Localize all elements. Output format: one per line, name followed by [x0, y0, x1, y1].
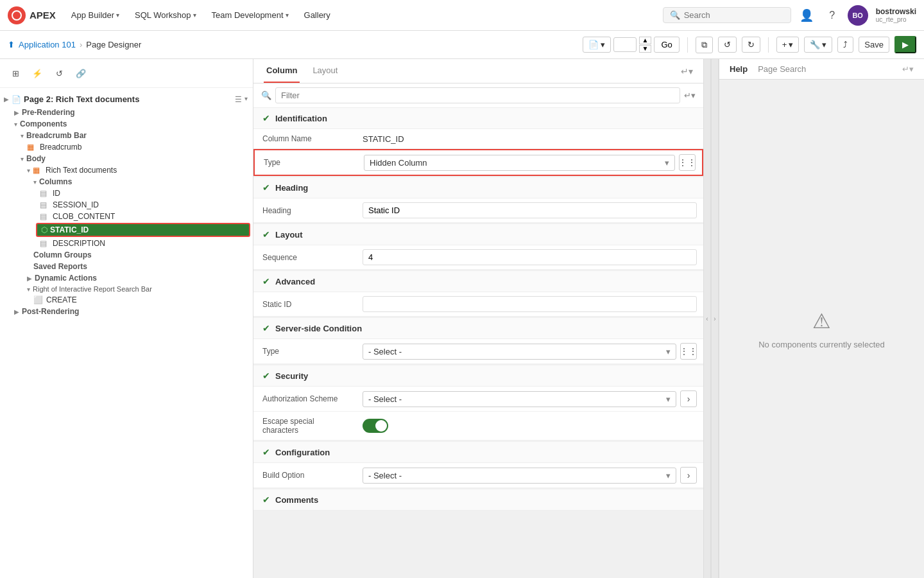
- tools-btn[interactable]: 🔧 ▾: [804, 37, 832, 53]
- redo-btn[interactable]: ↻: [742, 37, 760, 53]
- sidebar-item-description[interactable]: ▤ DESCRIPTION: [0, 238, 253, 249]
- auth-scheme-select[interactable]: - Select - ▾: [363, 391, 676, 407]
- build-option-select[interactable]: - Select - ▾: [363, 468, 676, 484]
- page-decrement-btn[interactable]: ▼: [639, 45, 652, 53]
- page-number-input[interactable]: 2: [613, 37, 637, 52]
- identification-title: Identification: [275, 114, 327, 123]
- sidebar-lightning-icon[interactable]: ⚡: [28, 64, 46, 82]
- add-btn[interactable]: + ▾: [776, 37, 800, 53]
- build-option-link-btn[interactable]: ›: [680, 467, 697, 484]
- filter-input[interactable]: [275, 87, 680, 103]
- filter-chevron-icon[interactable]: ↵▾: [684, 91, 696, 100]
- heading-header[interactable]: ✔ Heading: [253, 177, 703, 198]
- save-button[interactable]: Save: [859, 37, 889, 53]
- tab-help[interactable]: Help: [730, 64, 748, 74]
- server-condition-header[interactable]: ✔ Server-side Condition: [253, 318, 703, 339]
- sidebar-item-post-rendering[interactable]: ▶ Post-Rendering: [0, 306, 253, 317]
- center-panel-collapse-icon[interactable]: ↵▾: [681, 66, 693, 76]
- search-input[interactable]: [684, 10, 784, 20]
- sidebar-item-breadcrumb[interactable]: ▦ Breadcrumb: [0, 141, 253, 153]
- sidebar-item-body[interactable]: ▾ Body: [0, 153, 253, 164]
- server-condition-type-label: Type: [253, 342, 356, 361]
- type-label: Type: [255, 153, 357, 172]
- left-panel-collapse-btn[interactable]: ‹: [703, 59, 711, 578]
- layout-header[interactable]: ✔ Layout: [253, 224, 703, 245]
- static-id-row: Static ID: [253, 292, 703, 317]
- sequence-row: Sequence: [253, 245, 703, 270]
- static-id-input[interactable]: [363, 296, 697, 312]
- tab-layout[interactable]: Layout: [310, 59, 340, 83]
- nav-sql-workshop[interactable]: SQL Workshop ▾: [130, 8, 201, 22]
- session-id-icon: ▤: [40, 200, 50, 209]
- nav-app-builder[interactable]: App Builder ▾: [66, 8, 124, 22]
- sidebar-item-static-id[interactable]: ⬡ STATIC_ID: [36, 223, 250, 237]
- rich-text-chevron[interactable]: ▾: [27, 167, 30, 174]
- security-header[interactable]: ✔ Security: [253, 365, 703, 387]
- global-search-box[interactable]: 🔍: [663, 7, 791, 23]
- page-picker-btn[interactable]: 📄 ▾: [583, 37, 611, 53]
- sidebar-item-rich-text-docs[interactable]: ▾ ▦ Rich Text documents: [0, 164, 253, 176]
- sidebar-grid-icon[interactable]: ⊞: [6, 64, 24, 82]
- sidebar-refresh-icon[interactable]: ↺: [50, 64, 68, 82]
- avatar[interactable]: BO: [848, 5, 868, 26]
- escape-chars-toggle[interactable]: [363, 419, 388, 433]
- server-condition-options-btn[interactable]: ⋮⋮: [680, 343, 697, 360]
- right-search-chevron[interactable]: ▾: [27, 286, 30, 293]
- static-id-value-container: [356, 292, 703, 316]
- sidebar-item-column-groups[interactable]: Column Groups: [0, 249, 253, 261]
- sidebar-item-dynamic-actions[interactable]: ▶ Dynamic Actions: [0, 272, 253, 284]
- advanced-header[interactable]: ✔ Advanced: [253, 271, 703, 292]
- tab-page-search[interactable]: Page Search: [758, 64, 806, 74]
- nav-gallery[interactable]: Gallery: [299, 8, 336, 22]
- components-chevron[interactable]: ▾: [14, 121, 17, 128]
- sidebar-item-breadcrumb-bar[interactable]: ▾ Breadcrumb Bar: [0, 130, 253, 141]
- undo-btn[interactable]: ↺: [718, 37, 737, 53]
- auth-scheme-label: Authorization Scheme: [253, 389, 356, 408]
- share-btn[interactable]: ⤴: [837, 37, 853, 53]
- right-panel-collapse-btn[interactable]: ›: [711, 59, 719, 578]
- sidebar-item-clob-content[interactable]: ▤ CLOB_CONTENT: [0, 211, 253, 222]
- sidebar-item-create[interactable]: ⬜ CREATE: [0, 294, 253, 306]
- apex-logo[interactable]: APEX: [8, 6, 56, 24]
- sidebar-item-pre-rendering[interactable]: ▶ Pre-Rendering: [0, 107, 253, 118]
- sidebar-item-id[interactable]: ▤ ID: [0, 188, 253, 199]
- section-identification: ✔ Identification Column Name STATIC_ID T…: [253, 108, 703, 176]
- sidebar-item-columns[interactable]: ▾ Columns: [0, 176, 253, 188]
- nav-team-development[interactable]: Team Development ▾: [207, 8, 294, 22]
- type-options-btn[interactable]: ⋮⋮: [679, 154, 696, 171]
- page-increment-btn[interactable]: ▲: [639, 37, 652, 44]
- server-condition-select[interactable]: - Select - ▾: [363, 344, 676, 360]
- sidebar-page-chevron[interactable]: ▾: [244, 95, 248, 104]
- body-chevron[interactable]: ▾: [21, 155, 24, 162]
- sidebar-item-right-of-search-bar[interactable]: ▾ Right of Interactive Report Search Bar: [0, 284, 253, 294]
- auth-scheme-link-btn[interactable]: ›: [680, 390, 697, 407]
- columns-chevron[interactable]: ▾: [33, 179, 37, 186]
- type-select[interactable]: Hidden Column ▾: [364, 155, 675, 171]
- breadcrumb-app[interactable]: Application 101: [19, 40, 76, 49]
- sidebar-link-icon[interactable]: 🔗: [72, 64, 90, 82]
- file-icon: 📄: [588, 40, 599, 49]
- tab-column[interactable]: Column: [264, 59, 300, 83]
- comments-header[interactable]: ✔ Comments: [253, 489, 703, 511]
- page-expand-icon[interactable]: ▶: [4, 96, 9, 103]
- configuration-header[interactable]: ✔ Configuration: [253, 442, 703, 463]
- sequence-input[interactable]: [363, 249, 697, 265]
- sidebar-item-components[interactable]: ▾ Components: [0, 118, 253, 130]
- pre-rendering-chevron[interactable]: ▶: [14, 109, 19, 116]
- dynamic-actions-chevron[interactable]: ▶: [27, 275, 32, 282]
- sidebar-item-session-id[interactable]: ▤ SESSION_ID: [0, 199, 253, 211]
- identification-header[interactable]: ✔ Identification: [253, 108, 703, 129]
- right-panel-action-icon[interactable]: ↵▾: [902, 64, 914, 74]
- run-button[interactable]: ▶: [894, 36, 916, 53]
- sidebar-menu-icon[interactable]: ☰: [235, 95, 242, 104]
- top-navigation: APEX App Builder ▾ SQL Workshop ▾ Team D…: [0, 0, 924, 31]
- section-advanced: ✔ Advanced Static ID: [253, 271, 703, 317]
- sidebar-item-saved-reports[interactable]: Saved Reports: [0, 261, 253, 272]
- copy-page-btn[interactable]: ⧉: [696, 37, 713, 53]
- heading-input[interactable]: [363, 202, 697, 218]
- go-button[interactable]: Go: [654, 37, 679, 53]
- breadcrumb-bar-chevron[interactable]: ▾: [21, 132, 24, 139]
- post-rendering-chevron[interactable]: ▶: [14, 308, 19, 315]
- help-icon[interactable]: ?: [822, 5, 843, 26]
- notifications-icon[interactable]: 👤: [796, 5, 817, 26]
